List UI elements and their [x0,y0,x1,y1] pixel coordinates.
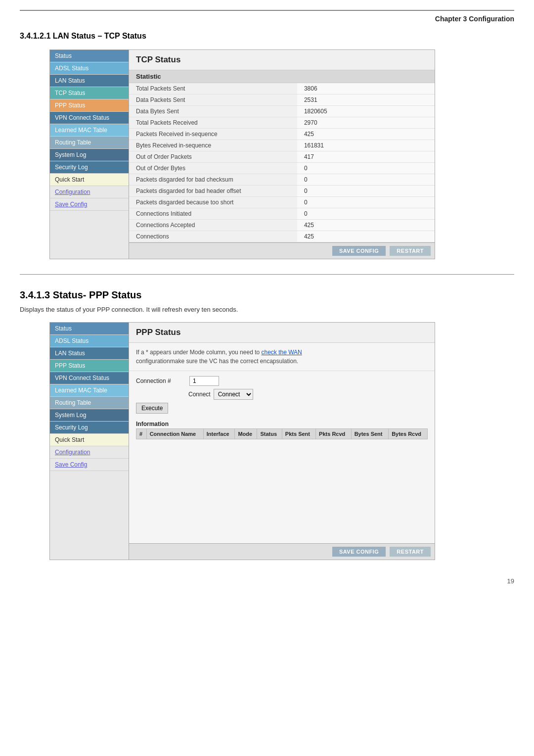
restart-button[interactable]: RESTART [390,246,431,256]
sidebar-item-ppp[interactable]: PPP Status [50,99,129,112]
stat-value: 2531 [297,94,435,106]
sidebar-item-seclog[interactable]: Security Log [50,161,129,174]
sidebar-item-syslog[interactable]: System Log [50,149,129,161]
sidebar-item-tcp[interactable]: TCP Status [50,87,129,99]
stat-value: 0 [297,163,435,174]
sidebar-item-lan[interactable]: LAN Status [50,75,129,87]
ppp-info-line3: make sure the VC has the correct encapsu… [170,358,298,365]
stat-value: 425 [297,220,435,231]
col-header-mode: Mode [235,429,257,439]
table-row: Out of Order Packets 417 [129,151,435,163]
stat-value: 417 [297,151,435,163]
sidebar2-item-ppp[interactable]: PPP Status [50,360,129,372]
section1-heading: 3.4.1.2.1 LAN Status – TCP Status [20,32,514,41]
col-header-interface: Interface [203,429,235,439]
sidebar2-item-status[interactable]: Status [50,323,129,335]
sidebar-item-adsl[interactable]: ADSL Status [50,62,129,75]
sidebar2-item-adsl[interactable]: ADSL Status [50,335,129,347]
section2-footer: SAVE CONFIG RESTART [129,543,435,560]
sidebar2-item-routing[interactable]: Routing Table [50,397,129,409]
stat-label: Data Packets Sent [129,94,297,106]
table-row: Total Packets Received 2970 [129,117,435,129]
sidebar2-item-quickstart[interactable]: Quick Start [50,434,129,446]
table-row: Data Packets Sent 2531 [129,94,435,106]
stat-label: Total Packets Sent [129,83,297,94]
ppp-info-text: If a * appears under Mode column, you ne… [129,343,435,371]
sidebar2-item-mac[interactable]: Learned MAC Table [50,384,129,397]
stat-value: 0 [297,186,435,197]
section1-sidebar: Status ADSL Status LAN Status TCP Status… [50,50,129,259]
section2-description: Displays the status of your PPP connecti… [20,306,514,313]
table-row: Packets disgarded for bad checksum 0 [129,174,435,186]
stat-value: 0 [297,197,435,208]
sidebar2-item-syslog[interactable]: System Log [50,409,129,422]
stat-value: 425 [297,231,435,242]
stat-value: 0 [297,174,435,186]
sidebar-item-config[interactable]: Configuration [50,186,129,198]
table-row: Total Packets Sent 3806 [129,83,435,94]
ppp-table: # Connection Name Interface Mode Status … [136,428,428,439]
col-header-status: Status [257,429,282,439]
section2-sidebar: Status ADSL Status LAN Status PPP Status… [50,323,129,560]
stat-value: 2970 [297,117,435,129]
section2-panel: Status ADSL Status LAN Status PPP Status… [49,322,435,560]
sidebar2-item-lan[interactable]: LAN Status [50,347,129,360]
stat-value: 0 [297,208,435,220]
ppp-connect-row: Connect Connect Disconnect [136,389,428,400]
stat-label: Packets disgarded because too short [129,197,297,208]
connect-select[interactable]: Connect Disconnect [214,389,253,400]
sidebar2-item-seclog[interactable]: Security Log [50,422,129,434]
sidebar-item-quickstart[interactable]: Quick Start [50,174,129,186]
stat-label: Packets Received in-sequence [129,129,297,140]
stat-label: Packets disgarded for bad header offset [129,186,297,197]
restart-button2[interactable]: RESTART [390,547,431,557]
save-config-button2[interactable]: SAVE CONFIG [332,547,386,557]
sidebar-item-mac[interactable]: Learned MAC Table [50,124,129,137]
col-header-conn-name: Connection Name [146,429,203,439]
col-header-bytes-rcvd: Bytes Rcvd [389,429,428,439]
save-config-button[interactable]: SAVE CONFIG [332,246,386,256]
sidebar2-item-vpn[interactable]: VPN Connect Status [50,372,129,384]
ppp-empty-space [129,444,435,543]
stat-label: Connections Accepted [129,220,297,231]
sidebar-item-vpn[interactable]: VPN Connect Status [50,112,129,124]
sidebar-item-saveconfig[interactable]: Save Config [50,198,129,211]
table-row: Connections Initiated 0 [129,208,435,220]
tcp-status-title: TCP Status [129,50,435,70]
stat-label: Connections Initiated [129,208,297,220]
stat-value: 425 [297,129,435,140]
table-row: Bytes Received in-sequence 161831 [129,140,435,151]
sidebar2-item-saveconfig[interactable]: Save Config [50,459,129,471]
section-divider [20,274,514,275]
table-row: Packets Received in-sequence 425 [129,129,435,140]
stat-value: 1820605 [297,106,435,117]
stat-label: Connections [129,231,297,242]
section1-content: TCP Status Statistic Total Packets Sent … [129,50,435,259]
ppp-status-title: PPP Status [129,323,435,343]
connect-label: Connect [188,391,211,398]
stat-value: 161831 [297,140,435,151]
sidebar2-item-config[interactable]: Configuration [50,446,129,459]
col-header-pkts-sent: Pkts Sent [282,429,315,439]
ppp-connection-row: Connection # [136,376,428,386]
sidebar-item-status[interactable]: Status [50,50,129,62]
information-label: Information [136,419,428,428]
section1-footer: SAVE CONFIG RESTART [129,242,435,259]
stat-label: Out of Order Bytes [129,163,297,174]
col-header-bytes-sent: Bytes Sent [351,429,389,439]
stat-label: Data Bytes Sent [129,106,297,117]
connection-label: Connection # [136,378,185,384]
ppp-form: Connection # Connect Connect Disconnect … [129,371,435,444]
sidebar-item-routing[interactable]: Routing Table [50,137,129,149]
execute-button[interactable]: Execute [136,403,168,414]
stat-label: Packets disgarded for bad checksum [129,174,297,186]
table-row: Packets disgarded for bad header offset … [129,186,435,197]
ppp-info-link[interactable]: check the WAN [262,349,302,356]
ppp-info-line1: If a * appears under Mode column, you ne… [136,349,262,356]
chapter-title: Chapter 3 Configuration [435,15,514,23]
tcp-status-subtitle: Statistic [129,70,435,83]
table-row: Data Bytes Sent 1820605 [129,106,435,117]
connection-number-input[interactable] [189,376,219,386]
table-row: Out of Order Bytes 0 [129,163,435,174]
section1-panel: Status ADSL Status LAN Status TCP Status… [49,49,435,259]
